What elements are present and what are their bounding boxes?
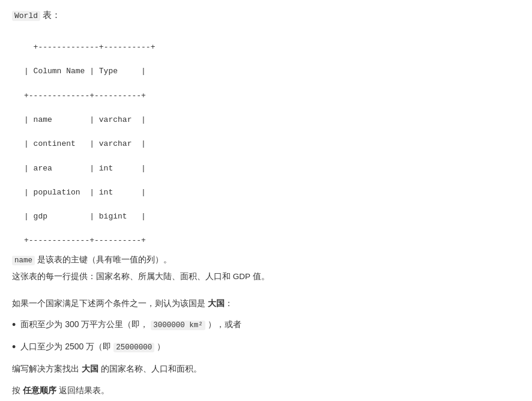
table-row-gdp: | gdp | bigint |	[24, 212, 146, 221]
bullet-dot-2: •	[12, 339, 16, 355]
schema-table: +-------------+----------+ | Column Name…	[24, 29, 520, 247]
page-title: World 表：	[12, 10, 520, 21]
table-row-continent: | continent | varchar |	[24, 139, 146, 148]
order-paragraph: 按 任意顺序 返回结果表。	[12, 383, 520, 398]
big-country-label: 大国	[208, 298, 225, 308]
order-label: 任意顺序	[23, 385, 56, 395]
area-threshold-code: 3000000 km²	[151, 321, 205, 330]
table-name-code: World	[12, 11, 40, 21]
table-row-name: | name | varchar |	[24, 115, 146, 124]
table-row-area: | area | int |	[24, 164, 146, 173]
bullet-population: • 人口至少为 2500 万（即 25000000 ）	[12, 339, 520, 355]
task-paragraph: 编写解决方案找出 大国 的国家名称、人口和面积。	[12, 361, 520, 376]
bullet-dot-1: •	[12, 317, 16, 333]
question-block: 如果一个国家满足下述两个条件之一，则认为该国是 大国： • 面积至少为 300 …	[12, 296, 520, 398]
primary-key-note: name 是该表的主键（具有唯一值的列）。	[12, 253, 520, 267]
intro-paragraph: 如果一个国家满足下述两个条件之一，则认为该国是 大国：	[12, 296, 520, 311]
row-description: 这张表的每一行提供：国家名称、所属大陆、面积、人口和 GDP 值。	[12, 270, 520, 283]
population-threshold-code: 25000000	[113, 343, 154, 352]
primary-key-code: name	[12, 256, 35, 265]
table-row-population: | population | int |	[24, 188, 146, 197]
bullet-area: • 面积至少为 300 万平方公里（即， 3000000 km² ），或者	[12, 317, 520, 333]
task-big-country-label: 大国	[82, 364, 98, 373]
